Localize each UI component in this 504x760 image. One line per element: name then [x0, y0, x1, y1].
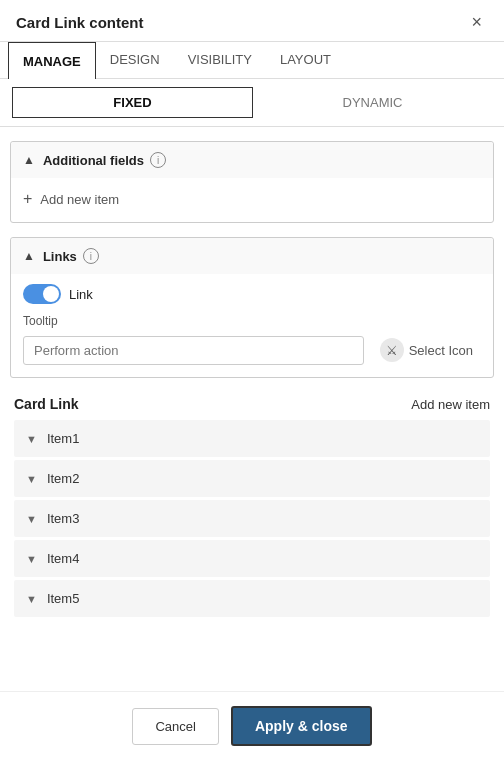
links-info-icon: i [83, 248, 99, 264]
add-new-item-link[interactable]: Add new item [411, 397, 490, 412]
item2-chevron: ▼ [26, 473, 37, 485]
dynamic-button[interactable]: DYNAMIC [253, 87, 492, 118]
card-link-section: Card Link Add new item ▼ Item1 ▼ Item2 ▼… [0, 386, 504, 617]
tab-manage[interactable]: MANAGE [8, 42, 96, 79]
item3-label: Item3 [47, 511, 80, 526]
link-toggle-switch[interactable] [23, 284, 61, 304]
item2-label: Item2 [47, 471, 80, 486]
link-toggle-row: Link [23, 284, 481, 304]
card-link-header: Card Link Add new item [14, 396, 490, 412]
item4-label: Item4 [47, 551, 80, 566]
additional-fields-title: Additional fields [43, 153, 144, 168]
links-chevron: ▲ [23, 249, 35, 263]
fixed-button[interactable]: FIXED [12, 87, 253, 118]
item1-label: Item1 [47, 431, 80, 446]
add-new-item-row[interactable]: + Add new item [23, 188, 481, 212]
item1-chevron: ▼ [26, 433, 37, 445]
tab-bar: MANAGE DESIGN VISIBILITY LAYOUT [0, 42, 504, 79]
list-item[interactable]: ▼ Item5 [14, 580, 490, 617]
plus-icon: + [23, 190, 32, 208]
list-item[interactable]: ▼ Item2 [14, 460, 490, 497]
links-section: ▲ Links i Link Tooltip ⚔ Select [10, 237, 494, 378]
item5-chevron: ▼ [26, 593, 37, 605]
card-link-title: Card Link [14, 396, 79, 412]
link-toggle-label: Link [69, 287, 93, 302]
apply-close-button[interactable]: Apply & close [231, 706, 372, 746]
shield-icon: ⚔ [380, 338, 404, 362]
tab-layout[interactable]: LAYOUT [266, 42, 345, 79]
tooltip-input-row: ⚔ Select Icon [23, 333, 481, 367]
modal-body: ▲ Additional fields i + Add new item ▲ L… [0, 127, 504, 691]
cancel-button[interactable]: Cancel [132, 708, 218, 745]
modal-footer: Cancel Apply & close [0, 691, 504, 760]
item5-label: Item5 [47, 591, 80, 606]
close-button[interactable]: × [465, 10, 488, 35]
additional-fields-chevron: ▲ [23, 153, 35, 167]
tab-visibility[interactable]: VISIBILITY [174, 42, 266, 79]
links-body: Link Tooltip ⚔ Select Icon [11, 274, 493, 377]
links-title: Links [43, 249, 77, 264]
item4-chevron: ▼ [26, 553, 37, 565]
modal-title: Card Link content [16, 14, 144, 31]
tooltip-input[interactable] [23, 336, 364, 365]
tooltip-label: Tooltip [23, 314, 481, 328]
additional-fields-info-icon: i [150, 152, 166, 168]
additional-fields-body: + Add new item [11, 178, 493, 222]
select-icon-button[interactable]: ⚔ Select Icon [372, 333, 481, 367]
add-item-label: Add new item [40, 192, 119, 207]
fixed-dynamic-toggle: FIXED DYNAMIC [0, 79, 504, 127]
additional-fields-section: ▲ Additional fields i + Add new item [10, 141, 494, 223]
item3-chevron: ▼ [26, 513, 37, 525]
modal-header: Card Link content × [0, 0, 504, 42]
card-link-list: ▼ Item1 ▼ Item2 ▼ Item3 ▼ Item4 ▼ Item [14, 420, 490, 617]
select-icon-label: Select Icon [409, 343, 473, 358]
links-header[interactable]: ▲ Links i [11, 238, 493, 274]
list-item[interactable]: ▼ Item1 [14, 420, 490, 457]
modal-container: Card Link content × MANAGE DESIGN VISIBI… [0, 0, 504, 760]
additional-fields-header[interactable]: ▲ Additional fields i [11, 142, 493, 178]
list-item[interactable]: ▼ Item3 [14, 500, 490, 537]
toggle-thumb [43, 286, 59, 302]
tab-design[interactable]: DESIGN [96, 42, 174, 79]
list-item[interactable]: ▼ Item4 [14, 540, 490, 577]
